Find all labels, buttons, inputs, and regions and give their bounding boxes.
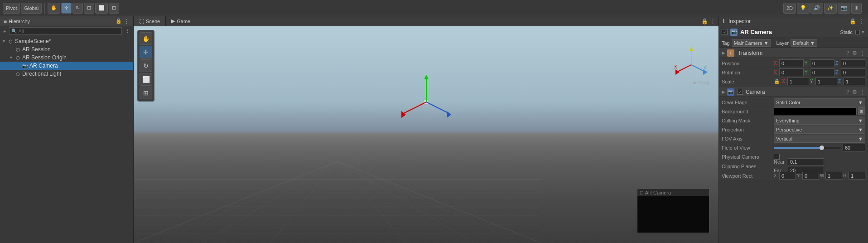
transform-tool[interactable]: ⊞ bbox=[109, 3, 119, 14]
add-item-button[interactable]: + bbox=[2, 28, 7, 34]
inspector-lock-icon[interactable]: 🔒 bbox=[849, 18, 856, 24]
svg-line-24 bbox=[678, 65, 691, 72]
rect-tool[interactable]: ⬜ bbox=[95, 3, 108, 14]
light-button[interactable]: 💡 bbox=[797, 3, 810, 14]
scene-more-icon[interactable]: ⋮ bbox=[710, 18, 716, 24]
object-active-checkbox[interactable]: ✓ bbox=[722, 29, 728, 35]
item-options-icon[interactable]: ⋮ bbox=[126, 39, 131, 44]
rotation-x-input[interactable] bbox=[779, 68, 804, 76]
fx-button[interactable]: ✨ bbox=[824, 3, 837, 14]
sy-label: Y bbox=[810, 79, 815, 84]
rect-tool-btn[interactable]: ⬜ bbox=[140, 73, 152, 86]
rotation-z-input[interactable] bbox=[841, 68, 865, 76]
svg-line-18 bbox=[404, 102, 426, 113]
camera-header[interactable]: ▶ 📷 ✓ Camera ? ⚙ ⋮ bbox=[719, 87, 868, 97]
pivot-button[interactable]: Pivot bbox=[3, 3, 20, 14]
move-tool-btn[interactable]: ✛ bbox=[140, 46, 152, 58]
tag-dropdown[interactable]: MainCamera ▼ bbox=[732, 39, 771, 47]
transform-more-icon[interactable]: ⋮ bbox=[860, 50, 865, 56]
list-item[interactable]: ▼ ⬡ SampleScene* ⋮ bbox=[0, 37, 133, 45]
viewport-x-input[interactable] bbox=[779, 172, 796, 180]
background-color-btn[interactable]: ⊞ bbox=[858, 107, 865, 115]
static-checkbox[interactable] bbox=[855, 30, 860, 34]
fov-slider-thumb[interactable] bbox=[820, 146, 824, 150]
rotate-tool[interactable]: ↻ bbox=[72, 3, 83, 14]
scale-z-input[interactable] bbox=[844, 78, 865, 85]
list-item[interactable]: ⬡ Directional Light bbox=[0, 70, 133, 78]
scale-tool[interactable]: ⊡ bbox=[84, 3, 94, 14]
scale-y-input[interactable] bbox=[815, 78, 837, 85]
position-y-input[interactable] bbox=[810, 59, 834, 67]
viewport-h-input[interactable] bbox=[849, 172, 865, 180]
position-value: X Y Z bbox=[774, 59, 865, 67]
clear-flags-dropdown[interactable]: Solid Color ▼ bbox=[774, 98, 865, 107]
scene-lock-icon[interactable]: 🔒 bbox=[701, 18, 708, 24]
lock-scale-icon[interactable]: 🔒 bbox=[774, 78, 780, 84]
2d-button[interactable]: 2D bbox=[783, 3, 796, 14]
scale-value: 🔒 X Y Z bbox=[774, 78, 865, 85]
svg-marker-17 bbox=[424, 75, 429, 79]
svg-line-6 bbox=[338, 161, 473, 243]
move-tool[interactable]: ✛ bbox=[61, 3, 72, 14]
position-x-input[interactable] bbox=[779, 59, 804, 67]
inspector-content: ▶ T Transform ? ⚙ ⋮ Position X Y bbox=[719, 48, 868, 243]
hand-tool[interactable]: ✋ bbox=[48, 3, 60, 14]
projection-dropdown[interactable]: Perspective ▼ bbox=[774, 126, 865, 134]
culling-mask-dropdown[interactable]: Everything ▼ bbox=[774, 117, 865, 125]
culling-mask-label: Culling Mask bbox=[722, 118, 774, 123]
near-input[interactable] bbox=[788, 158, 824, 166]
game-tab[interactable]: ▶ Game bbox=[166, 16, 196, 26]
inspector-object-row: ✓ 📷 AR Camera Static ▼ bbox=[719, 26, 868, 38]
object-name: AR Camera bbox=[740, 29, 838, 35]
transform-gizmo bbox=[399, 75, 453, 129]
fov-axis-text: Vertical bbox=[776, 136, 792, 141]
fov-input[interactable] bbox=[843, 144, 865, 151]
fov-axis-dropdown[interactable]: Vertical ▼ bbox=[774, 135, 865, 143]
hierarchy-tab[interactable]: ≡ Hierarchy 🔒 ⋮ bbox=[0, 16, 133, 26]
search-box[interactable]: 🔍 All bbox=[9, 27, 122, 35]
search-placeholder: All bbox=[18, 29, 24, 34]
layer-dropdown[interactable]: Default ▼ bbox=[791, 39, 817, 47]
rotation-y-input[interactable] bbox=[810, 68, 834, 76]
camera-more-icon[interactable]: ⋮ bbox=[860, 89, 865, 95]
scene-icon: ⛶ bbox=[139, 19, 144, 24]
fov-slider[interactable] bbox=[774, 147, 841, 149]
transform-header-icons: ? ⚙ ⋮ bbox=[846, 50, 865, 56]
list-item[interactable]: ▼ ⬡ AR Session Origin bbox=[0, 53, 133, 62]
viewport-y-input[interactable] bbox=[802, 172, 819, 180]
transform-all-tool-btn[interactable]: ⊞ bbox=[140, 87, 152, 99]
hierarchy-more-icon[interactable]: ⋮ bbox=[124, 18, 130, 24]
hierarchy-options-btn[interactable]: ⋮ bbox=[124, 28, 131, 34]
audio-button[interactable]: 🔊 bbox=[810, 3, 823, 14]
hierarchy-content: ▼ ⬡ SampleScene* ⋮ ⬡ AR Session ▼ ⬡ AR S… bbox=[0, 36, 133, 243]
camera-button[interactable]: 📷 bbox=[838, 3, 850, 14]
scale-x-input[interactable] bbox=[787, 78, 809, 85]
vh-label: H bbox=[843, 173, 848, 178]
viewport-w-input[interactable] bbox=[825, 172, 842, 180]
transform-header[interactable]: ▶ T Transform ? ⚙ ⋮ bbox=[719, 48, 868, 58]
svg-line-1 bbox=[134, 161, 338, 243]
transform-settings-icon[interactable]: ⚙ bbox=[852, 50, 857, 56]
clear-flags-row: Clear Flags Solid Color ▼ bbox=[719, 98, 868, 107]
scene-view[interactable]: ✋ ✛ ↻ ⬜ ⊞ bbox=[134, 26, 719, 243]
camera-settings-icon[interactable]: ⚙ bbox=[852, 89, 857, 95]
scene-tab[interactable]: ⛶ Scene bbox=[134, 16, 166, 26]
rotate-tool-btn[interactable]: ↻ bbox=[140, 59, 152, 72]
game-tab-label: Game bbox=[177, 19, 190, 24]
inspector-more-icon[interactable]: ⋮ bbox=[859, 18, 864, 24]
transform-help-icon[interactable]: ? bbox=[846, 50, 849, 56]
hand-tool-btn[interactable]: ✋ bbox=[140, 32, 152, 45]
static-arrow[interactable]: ▼ bbox=[861, 29, 865, 34]
global-button[interactable]: Global bbox=[21, 3, 42, 14]
static-dropdown[interactable]: ▼ bbox=[855, 29, 865, 34]
clear-flags-arrow: ▼ bbox=[858, 100, 863, 105]
list-item[interactable]: 📷 AR Camera bbox=[0, 62, 133, 70]
gizmos-button[interactable]: ⊕ bbox=[851, 3, 862, 14]
list-item[interactable]: ⬡ AR Session bbox=[0, 45, 133, 53]
camera-enabled-checkbox[interactable]: ✓ bbox=[737, 89, 743, 95]
background-color-swatch[interactable] bbox=[774, 107, 857, 115]
position-z-input[interactable] bbox=[841, 59, 865, 67]
camera-help-icon[interactable]: ? bbox=[846, 89, 849, 95]
hierarchy-lock-icon[interactable]: 🔒 bbox=[116, 18, 122, 24]
culling-mask-value: Everything ▼ bbox=[774, 117, 865, 125]
